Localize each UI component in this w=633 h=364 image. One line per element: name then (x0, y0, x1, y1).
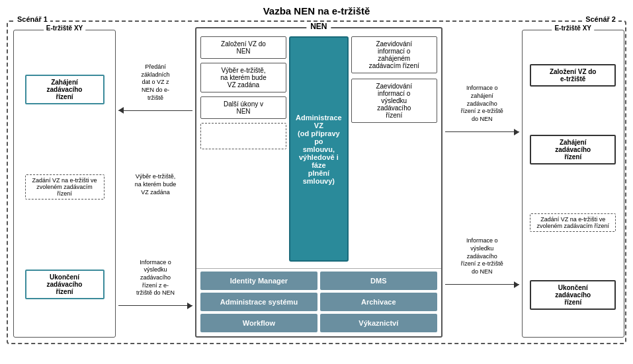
etrziste-right-section: E-tržiště XY Založení VZ doe-tržiště Zah… (522, 30, 624, 338)
conn-right-line2 (445, 284, 519, 285)
nen-dalsi-dashed (200, 123, 286, 149)
conn-right-arrow1 (445, 127, 519, 137)
etrziste-left-label: E-tržiště XY (44, 24, 86, 32)
connector-left: Předánízákladníchdat o VZ zNEN do e-trži… (116, 22, 195, 343)
tile-archivace: Archivace (320, 293, 437, 311)
conn-left-1: Předánízákladníchdat o VZ zNEN do e-trži… (118, 59, 192, 115)
conn-right-line1 (445, 131, 519, 132)
scenario1-label: Scénář 1 (15, 15, 50, 23)
right-zahajeni-box: Zahájenízadávacíhořízení (530, 135, 616, 164)
tile-administrace: Administrace systému (200, 293, 317, 311)
conn-right-text2: Informace ovýsledkuzadávacíhořízení z e-… (461, 237, 503, 275)
conn-left-arrow3 (118, 301, 192, 310)
tile-workflow: Workflow (200, 314, 317, 332)
conn-right-text1: Informace ozahájenízadávacíhořízení z e-… (461, 85, 503, 123)
nen-section: NEN Založení VZ doNEN Výběr e-tržiště,na… (195, 27, 443, 338)
nen-label: NEN (306, 22, 331, 31)
etrziste-right-label: E-tržiště XY (552, 24, 594, 32)
outer-container: Scénář 1 Scénář 2 E-tržiště XY Zahájeníz… (7, 20, 626, 344)
conn-right-arrowhead1 (514, 129, 519, 135)
nen-top: Založení VZ doNEN Výběr e-tržiště,na kte… (196, 28, 441, 266)
connector-right: Informace ozahájenízadávacíhořízení z e-… (443, 22, 522, 343)
conn-left-text1: Předánízákladníchdat o VZ zNEN do e-trži… (141, 63, 169, 102)
nen-left-col: Založení VZ doNEN Výběr e-tržiště,na kte… (200, 36, 286, 262)
nen-bottom-grid: Identity Manager DMS Administrace systém… (196, 268, 441, 336)
left-zahajeni-box: Zahájenízadávacíhořízení (25, 75, 105, 104)
nen-zaevidovani2-box: Zaevidováníinformací ovýsledkuzadávacího… (351, 79, 437, 123)
left-ukonceni-box: Ukončenízadávacíhořízení (25, 270, 105, 299)
conn-right-arrow2 (445, 280, 519, 289)
tile-dms: DMS (320, 272, 437, 290)
nen-zalozeni-box: Založení VZ doNEN (200, 36, 286, 59)
conn-right-arrowhead2 (514, 281, 519, 288)
nen-right-col: Zaevidováníinformací ozahájenémzadávacím… (351, 36, 437, 262)
etrziste-left-section: E-tržiště XY Zahájenízadávacíhořízení Za… (13, 30, 116, 338)
conn-left-line1 (118, 110, 192, 111)
conn-left-text2: Výběr e-tržiště,na kterém budeVZ zadána (135, 173, 177, 196)
nen-vyber-box: Výběr e-tržiště,na kterém budeVZ zadána (200, 63, 286, 92)
conn-left-line3 (118, 305, 192, 306)
conn-left-2: Výběr e-tržiště,na kterém budeVZ zadána (118, 169, 192, 200)
conn-left-arrow1 (118, 106, 192, 115)
left-zadani-dashed: Zadání VZ na e-tržišti ve zvoleném zadáv… (25, 174, 105, 200)
conn-left-3: Informace ovýsledkuzadávacíhořízení z e-… (118, 255, 192, 310)
right-zadani-dashed: Zadání VZ na e-tržišti ve zvoleném zadáv… (530, 213, 616, 232)
conn-left-text3: Informace ovýsledkuzadávacíhořízení z e-… (136, 259, 175, 297)
right-ukonceni-box: Ukončenízadávacíhořízení (530, 280, 616, 310)
right-zalozeni-box: Založení VZ doe-tržiště (530, 64, 616, 87)
conn-left-arrowhead1 (118, 107, 124, 114)
conn-right-1: Informace ozahájenízadávacíhořízení z e-… (445, 81, 519, 136)
nen-zaevidovani1-box: Zaevidováníinformací ozahájenémzadávacím… (351, 36, 437, 73)
nen-dalsi-box: Další úkony vNEN (200, 96, 286, 119)
page: Vazba NEN na e-tržiště Scénář 1 Scénář 2… (0, 0, 633, 364)
conn-right-2: Informace ovýsledkuzadávacíhořízení z e-… (445, 233, 519, 289)
nen-center-col: Administrace VZ(od přípravy posmlouvu,vý… (289, 36, 349, 262)
conn-left-arrowhead3 (187, 303, 192, 309)
admin-vz-box: Administrace VZ(od přípravy posmlouvu,vý… (289, 36, 349, 262)
tile-vykaznictvi: Výkaznictví (320, 314, 437, 332)
scenario2-label: Scénář 2 (583, 15, 618, 23)
main-title: Vazba NEN na e-tržiště (7, 5, 626, 17)
tile-identity-manager: Identity Manager (200, 272, 317, 290)
